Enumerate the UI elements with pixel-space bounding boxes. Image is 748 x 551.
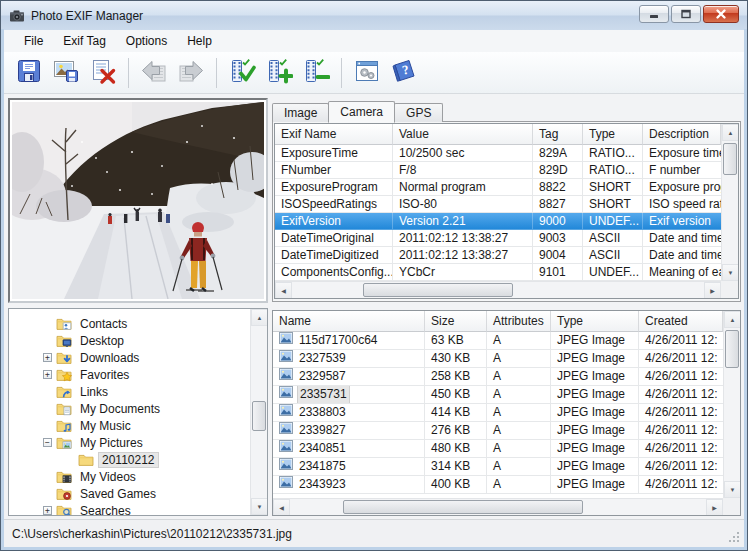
exif-row[interactable]: DateTimeOriginal2011:02:12 13:38:279003A… — [275, 230, 721, 247]
tree-item-downloads[interactable]: +Downloads — [9, 349, 249, 366]
tree-item-label: My Pictures — [76, 435, 147, 451]
files-vscroll-thumb[interactable] — [725, 330, 739, 368]
tree-vscroll-thumb[interactable] — [252, 401, 266, 431]
scroll-right-icon[interactable]: ▶ — [706, 499, 723, 516]
delete-exif-button[interactable] — [86, 56, 120, 90]
tree-item-my-pictures[interactable]: −My Pictures — [9, 434, 249, 451]
file-row[interactable]: 2343923400 KBAJPEG Image4/26/2011 12: — [273, 476, 723, 494]
files-vertical-scrollbar[interactable]: ▲ ▼ — [723, 311, 740, 498]
menu-item-file[interactable]: File — [14, 31, 53, 51]
exif-table-header: Exif NameValueTagTypeDescription — [275, 124, 721, 145]
exif-vscroll-thumb[interactable] — [723, 143, 737, 175]
file-row[interactable]: 2327539430 KBAJPEG Image4/26/2011 12: — [273, 350, 723, 368]
exif-row[interactable]: FNumberF/8829DRATIO...F number — [275, 162, 721, 179]
validate-exif-button[interactable] — [225, 56, 259, 90]
expand-plus-icon[interactable]: + — [43, 353, 52, 362]
file-column-header-name[interactable]: Name — [273, 311, 425, 332]
exif-row[interactable]: ExposureTime10/2500 sec829ARATIO...Expos… — [275, 145, 721, 162]
exif-row[interactable]: ExposureProgramNormal program8822SHORTEx… — [275, 179, 721, 196]
tree-item-favorites[interactable]: +Favorites — [9, 366, 249, 383]
maximize-button[interactable] — [671, 5, 701, 23]
scroll-up-icon[interactable]: ▲ — [251, 309, 268, 326]
tree-item-searches[interactable]: +Searches — [9, 502, 249, 516]
tab-gps[interactable]: GPS — [394, 103, 443, 122]
menu-item-options[interactable]: Options — [116, 31, 177, 51]
minimize-button[interactable] — [639, 5, 669, 23]
scroll-down-icon[interactable]: ▼ — [722, 264, 739, 281]
exif-column-header-type[interactable]: Type — [583, 124, 643, 145]
tree-item-my-music[interactable]: My Music — [9, 417, 249, 434]
exif-column-header-exif-name[interactable]: Exif Name — [275, 124, 393, 145]
scroll-up-icon[interactable]: ▲ — [724, 311, 741, 328]
tree-item-my-videos[interactable]: My Videos — [9, 468, 249, 485]
file-cell-type: JPEG Image — [551, 332, 639, 350]
file-row[interactable]: 2338803414 KBAJPEG Image4/26/2011 12: — [273, 404, 723, 422]
tab-image[interactable]: Image — [272, 103, 329, 122]
exif-row[interactable]: ComponentsConfig...YCbCr9101UNDEF...Mean… — [275, 264, 721, 281]
scroll-left-icon[interactable]: ◀ — [273, 499, 290, 516]
exif-row[interactable]: DateTimeDigitized2011:02:12 13:38:279004… — [275, 247, 721, 264]
menubar: FileExif TagOptionsHelp — [4, 30, 744, 52]
file-row[interactable]: 2335731450 KBAJPEG Image4/26/2011 12: — [273, 386, 723, 404]
tree-item-links[interactable]: Links — [9, 383, 249, 400]
tab-camera[interactable]: Camera — [328, 101, 395, 123]
menu-item-exif-tag[interactable]: Exif Tag — [53, 31, 115, 51]
tree-item-my-documents[interactable]: My Documents — [9, 400, 249, 417]
exif-column-header-tag[interactable]: Tag — [533, 124, 583, 145]
exif-row[interactable]: ISOSpeedRatingsISO-808827SHORTISO speed … — [275, 196, 721, 213]
exif-cell: Version 2.21 — [393, 213, 533, 230]
file-cell-name: 2335731 — [273, 386, 425, 404]
file-row[interactable]: 2340851480 KBAJPEG Image4/26/2011 12: — [273, 440, 723, 458]
close-button[interactable] — [703, 5, 739, 23]
scroll-right-icon[interactable]: ▶ — [704, 282, 721, 299]
resize-grip-icon[interactable] — [727, 530, 740, 543]
scroll-left-icon[interactable]: ◀ — [275, 282, 292, 299]
remove-exif-tag-button[interactable] — [299, 56, 333, 90]
tree-expander[interactable]: + — [41, 353, 54, 362]
tree-vertical-scrollbar[interactable]: ▲ ▼ — [250, 309, 267, 515]
save-button[interactable] — [12, 56, 46, 90]
exif-horizontal-scrollbar[interactable]: ◀ ▶ — [275, 281, 721, 298]
expand-plus-icon[interactable]: + — [43, 506, 52, 515]
exif-column-header-description[interactable]: Description — [643, 124, 721, 145]
file-column-header-created[interactable]: Created — [639, 311, 723, 332]
tree-item-label: My Videos — [76, 469, 140, 485]
file-cell-attributes: A — [487, 386, 551, 404]
help-button[interactable]: ? — [387, 56, 421, 90]
scroll-down-icon[interactable]: ▼ — [724, 481, 741, 498]
exif-column-header-value[interactable]: Value — [393, 124, 533, 145]
settings-icon — [353, 57, 381, 88]
exif-vertical-scrollbar[interactable]: ▲ ▼ — [721, 124, 738, 281]
save-image-button[interactable] — [49, 56, 83, 90]
links-folder-icon — [56, 384, 72, 400]
toolbar: ? — [4, 52, 744, 94]
file-column-header-type[interactable]: Type — [551, 311, 639, 332]
tree-item-contacts[interactable]: Contacts — [9, 315, 249, 332]
tree-item-desktop[interactable]: Desktop — [9, 332, 249, 349]
file-column-header-size[interactable]: Size — [425, 311, 487, 332]
tree-expander[interactable]: + — [41, 370, 54, 379]
tree-expander[interactable]: − — [41, 438, 54, 447]
scroll-down-icon[interactable]: ▼ — [251, 498, 268, 515]
toolbar-separator — [128, 58, 129, 88]
settings-button[interactable] — [350, 56, 384, 90]
file-row[interactable]: 115d71700c6463 KBAJPEG Image4/26/2011 12… — [273, 332, 723, 350]
exif-row[interactable]: ExifVersionVersion 2.219000UNDEF...Exif … — [275, 213, 721, 230]
scroll-up-icon[interactable]: ▲ — [722, 124, 739, 141]
file-column-header-attributes[interactable]: Attributes — [487, 311, 551, 332]
menu-item-help[interactable]: Help — [177, 31, 222, 51]
collapse-minus-icon[interactable]: − — [43, 438, 52, 447]
tree-expander[interactable]: + — [41, 506, 54, 515]
file-row[interactable]: 2329587258 KBAJPEG Image4/26/2011 12: — [273, 368, 723, 386]
exif-table-body: ExposureTime10/2500 sec829ARATIO...Expos… — [275, 145, 721, 281]
exif-hscroll-thumb[interactable] — [363, 283, 513, 297]
files-horizontal-scrollbar[interactable]: ◀ ▶ — [273, 498, 723, 515]
files-hscroll-thumb[interactable] — [343, 500, 583, 514]
add-exif-tag-button[interactable] — [262, 56, 296, 90]
tree-item-saved-games[interactable]: Saved Games — [9, 485, 249, 502]
tree-item-20110212[interactable]: 20110212 — [9, 451, 249, 468]
file-row[interactable]: 2339827276 KBAJPEG Image4/26/2011 12: — [273, 422, 723, 440]
expand-plus-icon[interactable]: + — [43, 370, 52, 379]
file-row[interactable]: 2341875314 KBAJPEG Image4/26/2011 12: — [273, 458, 723, 476]
exif-cell: SHORT — [583, 196, 643, 213]
